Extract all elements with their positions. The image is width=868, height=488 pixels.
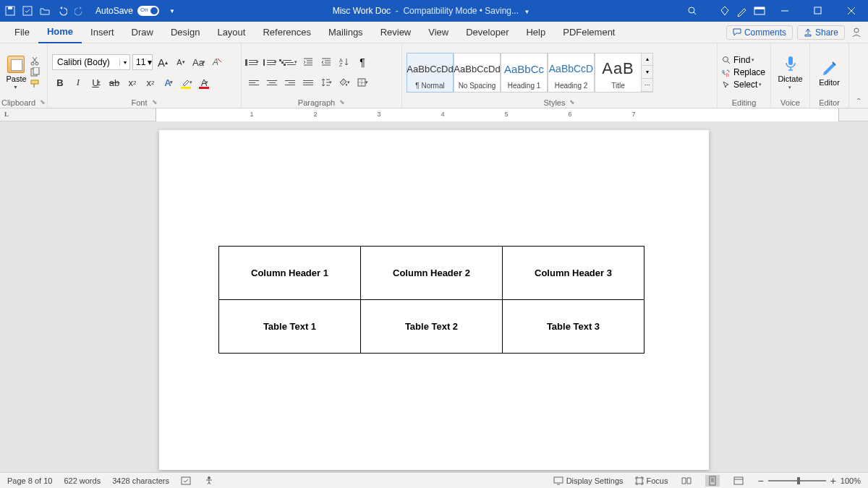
table-cell[interactable]: Column Header 1 [219, 247, 361, 300]
page-indicator[interactable]: Page 8 of 10 [7, 476, 52, 485]
document-canvas[interactable]: Column Header 1 Column Header 2 Column H… [0, 121, 868, 472]
style--normal[interactable]: AaBbCcDd¶ Normal [407, 53, 454, 93]
strikethrough-button[interactable]: ab [106, 74, 122, 90]
font-name-combo[interactable]: Calibri (Body)▾ [52, 54, 130, 70]
display-settings-button[interactable]: Display Settings [553, 476, 624, 485]
font-size-combo[interactable]: 11▾ [132, 54, 153, 70]
focus-button[interactable]: Focus [635, 476, 668, 485]
align-center-button[interactable] [264, 75, 280, 90]
word-count[interactable]: 622 words [64, 476, 101, 485]
styles-dialog-icon[interactable]: ⬊ [569, 98, 575, 107]
tab-file[interactable]: File [6, 22, 38, 43]
bullets-button[interactable]: ▾ [246, 55, 262, 69]
tab-insert[interactable]: Insert [82, 22, 123, 43]
decrease-indent-button[interactable] [300, 55, 316, 69]
change-case-icon[interactable]: Aa▾ [191, 54, 207, 70]
qat-more-icon[interactable]: ▼ [169, 8, 175, 14]
table-cell[interactable]: Table Text 3 [503, 300, 644, 354]
minimize-button[interactable] [771, 0, 799, 22]
copy-icon[interactable] [30, 67, 41, 77]
clipboard-dialog-icon[interactable]: ⬊ [40, 98, 46, 107]
tab-review[interactable]: Review [372, 22, 420, 43]
tab-layout[interactable]: Layout [208, 22, 254, 43]
accessibility-icon[interactable] [204, 476, 214, 486]
borders-button[interactable]: ▾ [354, 75, 370, 90]
maximize-button[interactable] [804, 0, 832, 22]
font-dialog-icon[interactable]: ⬊ [152, 98, 158, 107]
format-painter-icon[interactable] [30, 79, 41, 89]
font-color-button[interactable]: A▾ [197, 74, 213, 90]
print-layout-icon[interactable] [705, 475, 720, 487]
search-icon[interactable] [687, 6, 697, 16]
tab-developer[interactable]: Developer [457, 22, 517, 43]
align-left-button[interactable] [246, 75, 262, 90]
char-count[interactable]: 3428 characters [112, 476, 169, 485]
cut-icon[interactable] [30, 56, 41, 66]
diamond-icon[interactable] [719, 5, 731, 17]
italic-button[interactable]: I [70, 74, 86, 90]
style-heading-1[interactable]: AaBbCcHeading 1 [501, 53, 548, 93]
account-icon[interactable] [851, 27, 862, 38]
save-icon[interactable] [3, 4, 17, 18]
underline-button[interactable]: U▾ [88, 74, 104, 90]
shrink-font-icon[interactable]: A▾ [173, 54, 189, 70]
read-mode-icon[interactable] [679, 475, 694, 487]
tab-home[interactable]: Home [38, 22, 82, 43]
zoom-in-button[interactable]: + [830, 475, 836, 487]
comments-button[interactable]: Comments [726, 25, 793, 40]
tab-references[interactable]: References [254, 22, 319, 43]
sort-button[interactable]: AZ [336, 55, 352, 69]
tab-selector-icon[interactable]: L [4, 111, 9, 118]
close-button[interactable] [838, 0, 865, 22]
style-heading-2[interactable]: AaBbCcDHeading 2 [548, 53, 595, 93]
paragraph-dialog-icon[interactable]: ⬊ [339, 98, 345, 107]
align-right-button[interactable] [282, 75, 298, 90]
editor-button[interactable]: Editor [814, 46, 844, 98]
line-spacing-button[interactable]: ▾ [318, 75, 334, 90]
spellcheck-icon[interactable] [181, 476, 192, 486]
highlight-button[interactable]: ▾ [179, 74, 195, 90]
styles-more-button[interactable]: ▴▾⋯ [642, 53, 653, 93]
undo-icon[interactable] [55, 4, 69, 18]
find-button[interactable]: Find▾ [722, 55, 754, 65]
document-table[interactable]: Column Header 1 Column Header 2 Column H… [218, 246, 644, 354]
superscript-button[interactable]: x2 [142, 74, 158, 90]
paste-button[interactable]: Paste ▼ [6, 56, 26, 90]
style-no-spacing[interactable]: AaBbCcDdNo Spacing [454, 53, 501, 93]
tab-view[interactable]: View [420, 22, 457, 43]
autosave-toggle[interactable]: AutoSave On ▼ [95, 6, 175, 16]
increase-indent-button[interactable] [318, 55, 334, 69]
tab-draw[interactable]: Draw [123, 22, 162, 43]
table-cell[interactable]: Table Text 1 [219, 300, 361, 354]
text-effects-icon[interactable]: A▾ [161, 74, 176, 90]
zoom-slider[interactable] [768, 480, 826, 481]
numbering-button[interactable]: ▾ [264, 55, 280, 69]
page[interactable]: Column Header 1 Column Header 2 Column H… [159, 130, 709, 470]
quick-save-icon[interactable] [20, 4, 35, 18]
show-marks-button[interactable]: ¶ [354, 55, 370, 69]
clear-format-icon[interactable]: A [209, 54, 225, 70]
style-title[interactable]: AaBTitle [595, 53, 642, 93]
web-layout-icon[interactable] [731, 475, 746, 487]
replace-button[interactable]: abReplace [722, 67, 765, 77]
tab-mailings[interactable]: Mailings [320, 22, 372, 43]
justify-button[interactable] [300, 75, 316, 90]
redo-icon[interactable] [72, 4, 87, 18]
ruler[interactable]: L 1234567 [0, 108, 868, 121]
folder-icon[interactable] [38, 4, 52, 18]
tab-help[interactable]: Help [517, 22, 554, 43]
table-cell[interactable]: Column Header 3 [503, 247, 644, 300]
subscript-button[interactable]: x2 [124, 74, 140, 90]
zoom-out-button[interactable]: − [757, 475, 763, 487]
collapse-ribbon-button[interactable]: ⌃ [849, 43, 868, 108]
grow-font-icon[interactable]: A▴ [155, 54, 171, 70]
pencil-icon[interactable] [736, 5, 748, 17]
tab-design[interactable]: Design [162, 22, 208, 43]
dictate-button[interactable]: Dictate▾ [775, 46, 805, 98]
tab-pdfelement[interactable]: PDFelement [554, 22, 624, 43]
zoom-level[interactable]: 100% [841, 476, 861, 485]
shading-button[interactable]: ▾ [336, 75, 352, 90]
bold-button[interactable]: B [52, 74, 68, 90]
multilevel-button[interactable]: ▾ [282, 55, 298, 69]
table-cell[interactable]: Table Text 2 [361, 300, 503, 354]
